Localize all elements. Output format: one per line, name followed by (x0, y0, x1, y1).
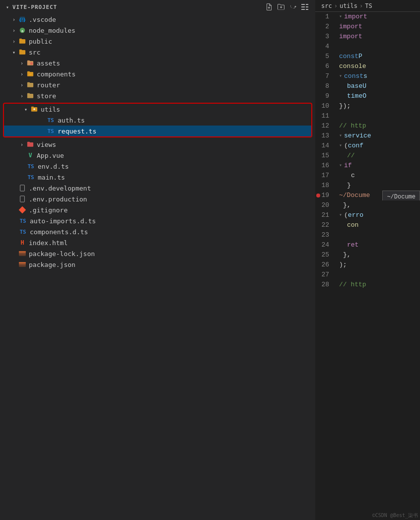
html-icon: H (18, 239, 27, 247)
svg-point-4 (30, 62, 33, 65)
code-line-24: ret (339, 240, 420, 250)
tree-item-store[interactable]: › store (0, 90, 315, 101)
tree-item-index-html[interactable]: H index.html (0, 237, 315, 248)
line-num-24: 24 (315, 240, 333, 250)
tree-item-node-modules[interactable]: › n node_modules (0, 25, 315, 36)
tree-item-components[interactable]: › components (0, 68, 315, 79)
tree-item-env-prod[interactable]: .env.production (0, 194, 315, 204)
no-chevron (38, 116, 46, 124)
no-chevron (10, 184, 18, 192)
tree-item-assets[interactable]: › assets (0, 58, 315, 68)
line-num-12: 12 (315, 121, 333, 131)
tree-item-gitignore[interactable]: .gitignore (0, 204, 315, 215)
vscode-folder-icon: {'} (18, 15, 27, 23)
gitignore-label: .gitignore (29, 206, 315, 214)
code-token: c (339, 171, 355, 181)
fold-icon-7[interactable]: ▾ (339, 71, 342, 81)
no-chevron (10, 239, 18, 247)
no-chevron (10, 228, 18, 236)
chevron-down-icon: ▾ (22, 105, 30, 113)
line-num-17: 17 (315, 171, 333, 181)
fold-icon-16[interactable]: ▾ (339, 161, 342, 171)
editor: src › utils › TS 1 2 3 4 5 6 7 8 9 (315, 0, 420, 520)
json-icon (18, 260, 27, 268)
vscode-label: .vscode (29, 16, 315, 23)
ts-icon-env: TS (26, 162, 36, 170)
line-num-23: 23 (315, 230, 333, 240)
line-num-14: 14 (315, 141, 333, 151)
line-num-22: 22 (315, 220, 333, 230)
tree-item-main-ts[interactable]: TS main.ts (0, 172, 315, 183)
code-token: // http (339, 121, 366, 131)
tree-item-package-lock[interactable]: package-lock.json (0, 248, 315, 259)
code-token: ( (344, 210, 348, 220)
svg-rect-5 (29, 73, 31, 75)
line-num-1: 1 (315, 12, 333, 22)
collapse-all-icon[interactable] (300, 2, 309, 11)
no-chevron (18, 151, 26, 159)
chevron-down-icon: ▾ (10, 48, 18, 56)
env-d-ts-label: env.d.ts (38, 163, 315, 170)
sidebar-header: ▾ VITE-PROJECT (0, 0, 315, 14)
tree-item-auto-imports[interactable]: TS auto-imports.d.ts (0, 215, 315, 226)
editor-breadcrumb: src › utils › TS (315, 0, 420, 12)
chevron-right-icon: › (10, 37, 18, 45)
line-num-25: 25 (315, 250, 333, 260)
watermark: ©CSDN @Best_柒书 (372, 512, 418, 519)
tree-item-src[interactable]: ▾ src (0, 47, 315, 58)
utils-section-box: ▾ utils TS auth.ts (3, 103, 312, 137)
svg-rect-7 (20, 196, 25, 202)
ts-icon-auto: TS (18, 217, 28, 225)
line-num-7: 7 (315, 71, 333, 81)
svg-rect-6 (20, 185, 25, 191)
fold-icon-14[interactable]: ▾ (339, 141, 342, 151)
env-prod-label: .env.production (29, 195, 315, 203)
tree-item-vscode[interactable]: › {'} .vscode (0, 14, 315, 25)
tooltip-text: ~/Docume (387, 194, 416, 200)
tree-item-public[interactable]: › public (0, 36, 315, 47)
code-line-20: }, (339, 200, 420, 210)
code-line-23 (339, 230, 420, 240)
auth-ts-label: auth.ts (58, 117, 311, 124)
fold-icon-1[interactable]: ▾ (339, 12, 342, 22)
code-token: con (339, 220, 358, 230)
hover-tooltip: ~/Docume (382, 191, 420, 200)
fold-icon-21[interactable]: ▾ (339, 210, 342, 220)
line-num-18: 18 (315, 181, 333, 191)
svg-text:{'}: {'} (19, 18, 26, 22)
tree-item-components-d-ts[interactable]: TS components.d.ts (0, 226, 315, 237)
no-chevron (10, 206, 18, 214)
views-label: views (37, 141, 315, 148)
code-line-6: console (339, 62, 420, 71)
no-chevron (18, 162, 26, 170)
node-folder-icon: n (18, 26, 27, 34)
tree-item-env-dev[interactable]: .env.development (0, 183, 315, 194)
code-token: // http (339, 280, 366, 290)
auto-imports-label: auto-imports.d.ts (30, 217, 315, 225)
tree-item-utils[interactable]: ▾ utils (4, 104, 311, 115)
line-numbers: 1 2 3 4 5 6 7 8 9 10 11 12 13 14 15 16 1 (315, 12, 337, 520)
breadcrumb-src: src (321, 2, 332, 9)
refresh-icon[interactable] (288, 2, 297, 11)
tree-item-package-json[interactable]: package.json (0, 259, 315, 270)
src-label: src (29, 49, 315, 56)
file-icon-env-prod (18, 195, 27, 203)
breadcrumb-sep-1: › (334, 2, 338, 9)
tree-item-router[interactable]: › router (0, 79, 315, 90)
line-num-4: 4 (315, 42, 333, 52)
tree-item-env-d-ts[interactable]: TS env.d.ts (0, 161, 315, 172)
code-token: const (344, 71, 363, 81)
code-line-3: import (339, 32, 420, 42)
fold-icon-13[interactable]: ▾ (339, 131, 342, 141)
code-line-16: ▾ if (339, 161, 420, 171)
new-file-icon[interactable] (265, 2, 274, 11)
new-folder-icon[interactable] (277, 2, 285, 11)
tree-item-request-ts[interactable]: TS request.ts (4, 126, 311, 136)
tree-item-views[interactable]: › views (0, 139, 315, 150)
code-line-14: ▾ (conf (339, 141, 420, 151)
breadcrumb-utils: utils (340, 2, 357, 9)
code-line-4 (339, 42, 420, 52)
components-d-ts-label: components.d.ts (30, 228, 315, 236)
tree-item-auth-ts[interactable]: TS auth.ts (4, 115, 311, 126)
tree-item-app-vue[interactable]: V App.vue (0, 150, 315, 161)
